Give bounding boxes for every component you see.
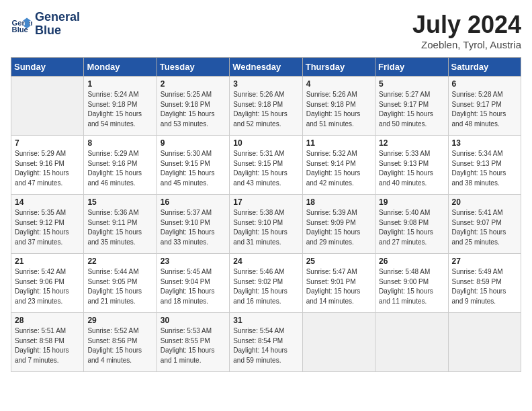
day-info: Sunrise: 5:41 AM Sunset: 9:07 PM Dayligh…: [452, 208, 517, 247]
day-number: 27: [452, 257, 517, 266]
calendar-cell: 19Sunrise: 5:40 AM Sunset: 9:08 PM Dayli…: [375, 195, 448, 254]
day-number: 2: [161, 79, 226, 89]
header: General Blue General Blue July 2024 Zoeb…: [11, 11, 521, 50]
day-number: 17: [233, 197, 298, 207]
calendar-cell: [302, 313, 375, 372]
day-number: 19: [379, 197, 444, 207]
calendar-cell: 31Sunrise: 5:54 AM Sunset: 8:54 PM Dayli…: [230, 313, 302, 372]
calendar-cell: 4Sunrise: 5:26 AM Sunset: 9:18 PM Daylig…: [302, 77, 375, 136]
calendar-cell: 5Sunrise: 5:27 AM Sunset: 9:17 PM Daylig…: [375, 77, 448, 136]
day-info: Sunrise: 5:51 AM Sunset: 8:58 PM Dayligh…: [15, 326, 80, 365]
day-info: Sunrise: 5:45 AM Sunset: 9:04 PM Dayligh…: [161, 267, 226, 306]
day-number: 11: [306, 138, 371, 148]
day-info: Sunrise: 5:47 AM Sunset: 9:01 PM Dayligh…: [306, 267, 371, 306]
calendar-cell: [448, 313, 521, 372]
day-info: Sunrise: 5:36 AM Sunset: 9:11 PM Dayligh…: [87, 208, 152, 247]
day-number: 14: [15, 197, 80, 207]
day-info: Sunrise: 5:30 AM Sunset: 9:15 PM Dayligh…: [161, 149, 226, 188]
day-info: Sunrise: 5:40 AM Sunset: 9:08 PM Dayligh…: [379, 208, 444, 247]
calendar-cell: 23Sunrise: 5:45 AM Sunset: 9:04 PM Dayli…: [157, 254, 229, 313]
calendar-cell: 24Sunrise: 5:46 AM Sunset: 9:02 PM Dayli…: [230, 254, 302, 313]
day-number: 16: [161, 197, 226, 207]
day-info: Sunrise: 5:49 AM Sunset: 8:59 PM Dayligh…: [452, 267, 517, 306]
calendar-week-4: 28Sunrise: 5:51 AM Sunset: 8:58 PM Dayli…: [11, 313, 521, 372]
day-number: 1: [87, 79, 152, 89]
day-number: 20: [452, 197, 517, 207]
calendar-cell: 12Sunrise: 5:33 AM Sunset: 9:13 PM Dayli…: [375, 136, 448, 195]
day-number: 15: [87, 197, 152, 207]
calendar-cell: 13Sunrise: 5:34 AM Sunset: 9:13 PM Dayli…: [448, 136, 521, 195]
logo-text: General Blue: [35, 11, 80, 38]
calendar-cell: 1Sunrise: 5:24 AM Sunset: 9:18 PM Daylig…: [84, 77, 157, 136]
calendar-cell: 9Sunrise: 5:30 AM Sunset: 9:15 PM Daylig…: [157, 136, 229, 195]
day-info: Sunrise: 5:38 AM Sunset: 9:10 PM Dayligh…: [233, 208, 298, 247]
calendar-cell: 29Sunrise: 5:52 AM Sunset: 8:56 PM Dayli…: [84, 313, 157, 372]
day-number: 10: [233, 138, 298, 148]
day-info: Sunrise: 5:25 AM Sunset: 9:18 PM Dayligh…: [161, 90, 226, 129]
day-number: 26: [379, 257, 444, 266]
day-number: 6: [452, 79, 517, 89]
day-info: Sunrise: 5:31 AM Sunset: 9:15 PM Dayligh…: [233, 149, 298, 188]
calendar-week-0: 1Sunrise: 5:24 AM Sunset: 9:18 PM Daylig…: [11, 77, 521, 136]
day-info: Sunrise: 5:33 AM Sunset: 9:13 PM Dayligh…: [379, 149, 444, 188]
day-info: Sunrise: 5:26 AM Sunset: 9:18 PM Dayligh…: [233, 90, 298, 129]
day-number: 30: [161, 316, 226, 325]
day-info: Sunrise: 5:32 AM Sunset: 9:14 PM Dayligh…: [306, 149, 371, 188]
day-number: 3: [233, 79, 298, 89]
day-number: 9: [161, 138, 226, 148]
calendar-week-1: 7Sunrise: 5:29 AM Sunset: 9:16 PM Daylig…: [11, 136, 521, 195]
day-info: Sunrise: 5:29 AM Sunset: 9:16 PM Dayligh…: [15, 149, 80, 188]
calendar-cell: [375, 313, 448, 372]
day-info: Sunrise: 5:53 AM Sunset: 8:55 PM Dayligh…: [161, 326, 226, 365]
calendar-cell: 8Sunrise: 5:29 AM Sunset: 9:16 PM Daylig…: [84, 136, 157, 195]
calendar-cell: 2Sunrise: 5:25 AM Sunset: 9:18 PM Daylig…: [157, 77, 229, 136]
day-number: 28: [15, 316, 80, 325]
header-day-thursday: Thursday: [302, 58, 375, 77]
day-info: Sunrise: 5:42 AM Sunset: 9:06 PM Dayligh…: [15, 267, 80, 306]
header-day-saturday: Saturday: [448, 58, 521, 77]
day-info: Sunrise: 5:28 AM Sunset: 9:17 PM Dayligh…: [452, 90, 517, 129]
title-block: July 2024 Zoeblen, Tyrol, Austria: [412, 11, 521, 50]
day-number: 29: [87, 316, 152, 325]
month-title: July 2024: [412, 11, 521, 39]
day-info: Sunrise: 5:37 AM Sunset: 9:10 PM Dayligh…: [161, 208, 226, 247]
calendar-cell: 26Sunrise: 5:48 AM Sunset: 9:00 PM Dayli…: [375, 254, 448, 313]
day-number: 7: [15, 138, 80, 148]
calendar-cell: 3Sunrise: 5:26 AM Sunset: 9:18 PM Daylig…: [230, 77, 302, 136]
calendar-week-3: 21Sunrise: 5:42 AM Sunset: 9:06 PM Dayli…: [11, 254, 521, 313]
day-number: 25: [306, 257, 371, 266]
day-info: Sunrise: 5:39 AM Sunset: 9:09 PM Dayligh…: [306, 208, 371, 247]
day-info: Sunrise: 5:34 AM Sunset: 9:13 PM Dayligh…: [452, 149, 517, 188]
day-info: Sunrise: 5:48 AM Sunset: 9:00 PM Dayligh…: [379, 267, 444, 306]
header-day-monday: Monday: [84, 58, 157, 77]
calendar-cell: 15Sunrise: 5:36 AM Sunset: 9:11 PM Dayli…: [84, 195, 157, 254]
day-info: Sunrise: 5:29 AM Sunset: 9:16 PM Dayligh…: [87, 149, 152, 188]
day-number: 23: [161, 257, 226, 266]
calendar-cell: 17Sunrise: 5:38 AM Sunset: 9:10 PM Dayli…: [230, 195, 302, 254]
day-number: 12: [379, 138, 444, 148]
day-info: Sunrise: 5:26 AM Sunset: 9:18 PM Dayligh…: [306, 90, 371, 129]
calendar-cell: 22Sunrise: 5:44 AM Sunset: 9:05 PM Dayli…: [84, 254, 157, 313]
calendar-cell: 30Sunrise: 5:53 AM Sunset: 8:55 PM Dayli…: [157, 313, 229, 372]
calendar-cell: 21Sunrise: 5:42 AM Sunset: 9:06 PM Dayli…: [11, 254, 84, 313]
day-info: Sunrise: 5:54 AM Sunset: 8:54 PM Dayligh…: [233, 326, 298, 365]
day-info: Sunrise: 5:27 AM Sunset: 9:17 PM Dayligh…: [379, 90, 444, 129]
calendar-cell: 7Sunrise: 5:29 AM Sunset: 9:16 PM Daylig…: [11, 136, 84, 195]
header-day-sunday: Sunday: [11, 58, 84, 77]
day-number: 22: [87, 257, 152, 266]
logo-icon: General Blue: [11, 13, 32, 35]
day-info: Sunrise: 5:44 AM Sunset: 9:05 PM Dayligh…: [87, 267, 152, 306]
calendar-cell: 28Sunrise: 5:51 AM Sunset: 8:58 PM Dayli…: [11, 313, 84, 372]
day-number: 4: [306, 79, 371, 89]
header-day-friday: Friday: [375, 58, 448, 77]
day-info: Sunrise: 5:35 AM Sunset: 9:12 PM Dayligh…: [15, 208, 80, 247]
header-day-tuesday: Tuesday: [157, 58, 229, 77]
day-number: 8: [87, 138, 152, 148]
calendar-cell: 20Sunrise: 5:41 AM Sunset: 9:07 PM Dayli…: [448, 195, 521, 254]
calendar-cell: 27Sunrise: 5:49 AM Sunset: 8:59 PM Dayli…: [448, 254, 521, 313]
calendar-cell: [11, 77, 84, 136]
day-number: 5: [379, 79, 444, 89]
calendar-cell: 16Sunrise: 5:37 AM Sunset: 9:10 PM Dayli…: [157, 195, 229, 254]
day-number: 18: [306, 197, 371, 207]
calendar-cell: 10Sunrise: 5:31 AM Sunset: 9:15 PM Dayli…: [230, 136, 302, 195]
